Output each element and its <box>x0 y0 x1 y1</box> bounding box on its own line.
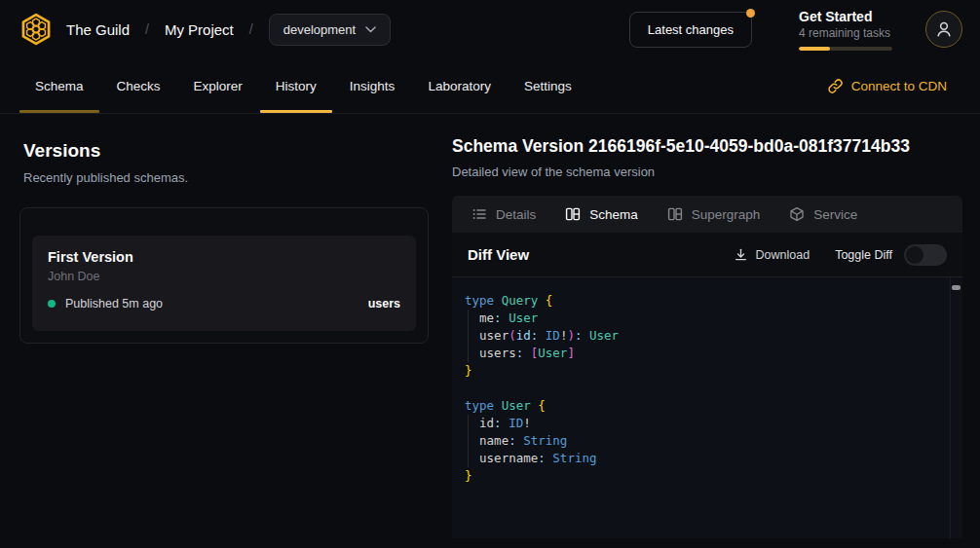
download-button[interactable]: Download <box>734 247 810 262</box>
code-line <box>465 380 949 397</box>
schema-panel-tab-label: Supergraph <box>692 207 761 222</box>
code-line: } <box>465 362 949 380</box>
diff-view-title: Diff View <box>468 246 529 263</box>
nav-tab-history[interactable]: History <box>276 58 317 113</box>
code-line: type Query { <box>465 292 949 310</box>
schema-panel-tab-supergraph[interactable]: Supergraph <box>667 206 761 222</box>
diff-view-actions: Download Toggle Diff <box>734 244 947 266</box>
code-lines: type Query { me: User user(id: ID!): Use… <box>465 292 949 485</box>
version-title: First Version <box>48 249 400 265</box>
nav-tab-schema[interactable]: Schema <box>35 58 84 113</box>
primary-nav-tabs: SchemaChecksExplorerHistoryInsightsLabor… <box>0 58 572 113</box>
target-selector-value: development <box>283 22 356 37</box>
get-started-subtitle: 4 remaining tasks <box>799 26 892 40</box>
versions-title: Versions <box>23 140 188 162</box>
indent-guide <box>468 310 469 362</box>
toggle-diff-control: Toggle Diff <box>835 244 947 266</box>
connect-to-cdn-label: Connect to CDN <box>851 79 947 93</box>
indent-guide <box>468 415 469 467</box>
notification-dot <box>746 9 755 18</box>
connect-to-cdn-button[interactable]: Connect to CDN <box>827 58 947 113</box>
nav-tab-explorer[interactable]: Explorer <box>194 58 243 113</box>
nav-tab-checks[interactable]: Checks <box>117 58 161 113</box>
person-icon <box>935 20 953 38</box>
code-line: id: ID! <box>465 415 949 432</box>
header: The Guild / My Project / development Lat… <box>0 0 980 58</box>
versions-list: First VersionJohn DoePublished 5m agouse… <box>32 236 416 331</box>
versions-subtitle: Recently published schemas. <box>23 170 188 185</box>
toggle-diff-label: Toggle Diff <box>835 248 892 262</box>
nav-tab-insights[interactable]: Insights <box>350 58 396 113</box>
schema-version-subtitle: Detailed view of the schema version <box>452 164 962 179</box>
breadcrumb-separator: / <box>249 21 253 37</box>
code-line: me: User <box>465 310 949 327</box>
code-line: type User { <box>465 397 949 415</box>
schema-code-viewer: type Query { me: User user(id: ID!): Use… <box>452 277 962 538</box>
schema-panel-tab-label: Schema <box>589 207 638 222</box>
main-content: Versions Recently published schemas. Fir… <box>0 115 980 548</box>
versions-list-card: First VersionJohn DoePublished 5m agouse… <box>19 207 429 344</box>
code-line: name: String <box>465 432 949 450</box>
columns-icon <box>667 206 683 222</box>
schema-version-panel: Schema Version 2166196f-5e10-4059-bd0a-0… <box>452 136 962 538</box>
version-author: John Doe <box>48 270 400 283</box>
chevron-down-icon <box>365 26 376 33</box>
toggle-knob <box>906 246 923 264</box>
get-started-widget[interactable]: Get Started 4 remaining tasks <box>799 9 892 51</box>
version-status: Published 5m ago <box>65 297 163 311</box>
breadcrumb-project[interactable]: My Project <box>165 21 234 38</box>
schema-version-tabs: DetailsSchemaSupergraphService <box>452 196 962 233</box>
latest-changes-label: Latest changes <box>648 22 734 37</box>
guild-hive-logo[interactable] <box>18 11 55 48</box>
breadcrumb-org[interactable]: The Guild <box>66 21 130 38</box>
code-line: users: [User] <box>465 345 949 362</box>
code-scrollbar-track <box>950 277 962 538</box>
nav-tab-laboratory[interactable]: Laboratory <box>428 58 491 113</box>
columns-icon <box>565 206 581 222</box>
link-icon <box>827 78 844 94</box>
breadcrumb: The Guild / My Project / <box>66 21 253 38</box>
schema-panel-tab-label: Service <box>813 207 857 222</box>
get-started-title: Get Started <box>799 9 892 24</box>
toggle-diff-switch[interactable] <box>904 244 947 266</box>
code-line: user(id: ID!): User <box>465 327 949 345</box>
diff-view-toolbar: Diff View Download Toggle Diff <box>452 233 962 277</box>
code-scrollbar-thumb[interactable] <box>952 285 961 290</box>
cube-icon <box>789 206 805 222</box>
schema-panel-tab-details[interactable]: Details <box>471 206 536 222</box>
user-avatar-button[interactable] <box>925 11 962 48</box>
schema-version-title: Schema Version 2166196f-5e10-4059-bd0a-0… <box>452 136 962 157</box>
code-line: username: String <box>465 450 949 467</box>
version-status-row: Published 5m agousers <box>48 297 400 311</box>
service-badge: users <box>368 297 400 311</box>
nav-tab-settings[interactable]: Settings <box>524 58 572 113</box>
published-status-dot <box>48 300 56 308</box>
latest-changes-button[interactable]: Latest changes <box>629 12 752 48</box>
target-selector[interactable]: development <box>269 14 391 46</box>
get-started-progress-track <box>799 47 892 51</box>
version-list-item[interactable]: First VersionJohn DoePublished 5m agouse… <box>32 236 416 331</box>
download-label: Download <box>756 248 810 262</box>
progress-fill <box>799 47 830 51</box>
versions-header: Versions Recently published schemas. <box>23 140 188 185</box>
download-icon <box>734 247 748 262</box>
schema-panel-tab-service[interactable]: Service <box>789 206 857 222</box>
schema-panel-tab-schema[interactable]: Schema <box>565 206 638 222</box>
schema-panel-tab-label: Details <box>496 207 536 222</box>
primary-navbar: SchemaChecksExplorerHistoryInsightsLabor… <box>0 58 980 114</box>
list-icon <box>471 206 487 222</box>
hive-logo-icon <box>19 12 54 47</box>
code-line: } <box>465 467 949 485</box>
breadcrumb-separator: / <box>145 21 149 37</box>
